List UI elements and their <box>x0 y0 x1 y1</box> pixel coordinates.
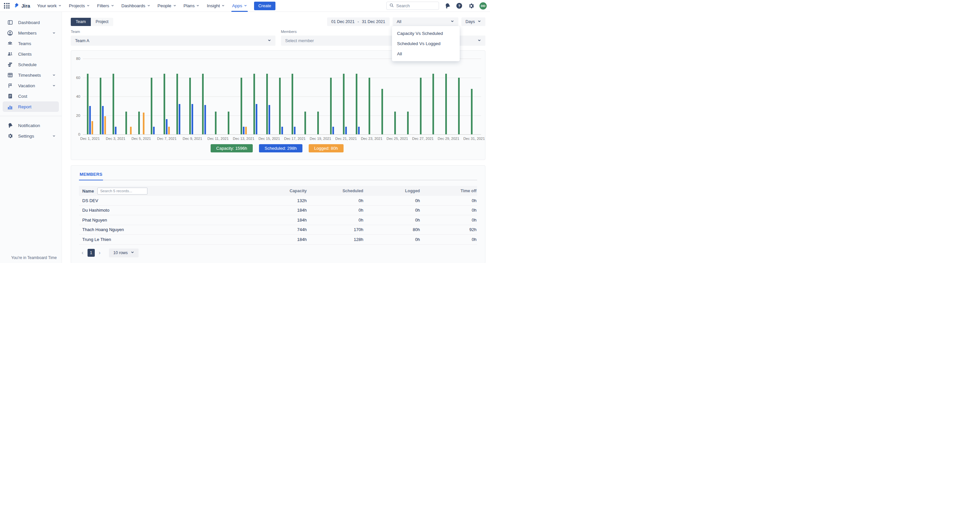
legend-button-scheduled[interactable]: Scheduled: 298h <box>259 144 302 152</box>
user-avatar[interactable]: DD <box>479 2 487 10</box>
tab-members[interactable]: MEMBERS <box>79 172 103 180</box>
cell-logged: 0h <box>364 208 420 213</box>
sidebar-item-schedule[interactable]: Schedule <box>3 59 59 70</box>
chart-day-group-dec-10 <box>199 59 212 134</box>
team-select[interactable]: Team A <box>71 35 275 46</box>
table-row[interactable]: Du Hashimoto184h0h0h0h <box>79 206 477 215</box>
sidebar-item-vacation[interactable]: Vacation <box>3 80 59 91</box>
cell-scheduled: 0h <box>307 198 364 203</box>
chevron-down-icon <box>52 30 56 35</box>
bar-logged <box>245 127 247 134</box>
legend-button-capacity[interactable]: Capacity: 1596h <box>211 144 253 152</box>
sidebar-item-members[interactable]: Members <box>3 28 59 38</box>
pagination-next-icon[interactable]: › <box>97 250 103 256</box>
sidebar-item-clients[interactable]: Clients <box>3 49 59 59</box>
sidebar-item-teams[interactable]: Teams <box>3 38 59 49</box>
nav-item-label: People <box>158 3 172 8</box>
help-icon[interactable]: ? <box>456 2 463 9</box>
table-row[interactable]: DS DEV132h0h0h0h <box>79 196 477 206</box>
sidebar-item-dashboard[interactable]: Dashboard <box>3 17 59 28</box>
dropdown-option-scheduled-vs-logged[interactable]: Scheduled Vs Logged <box>392 38 460 49</box>
search-input[interactable] <box>396 3 436 8</box>
date-range-picker[interactable]: 01 Dec 2021 - 31 Dec 2021 <box>327 18 390 26</box>
cell-time-off: 0h <box>420 237 477 242</box>
toggle-option-team[interactable]: Team <box>71 18 91 26</box>
bar-capacity <box>138 112 140 134</box>
bar-capacity <box>407 112 409 134</box>
date-range-separator: - <box>357 19 359 24</box>
jira-logo[interactable]: Jira <box>13 2 30 10</box>
sidebar-item-notification[interactable]: Notification <box>3 120 59 131</box>
legend-button-logged[interactable]: Logged: 80h <box>309 144 344 152</box>
column-header-name: Name <box>79 188 251 194</box>
nav-item-plans[interactable]: Plans <box>180 0 204 12</box>
sidebar-item-cost[interactable]: Cost <box>3 91 59 101</box>
y-tick-label: 0 <box>78 132 80 136</box>
notifications-bell-icon[interactable] <box>444 2 451 9</box>
team-select-value: Team A <box>75 38 89 43</box>
nav-item-people[interactable]: People <box>154 0 180 12</box>
nav-item-dashboards[interactable]: Dashboards <box>118 0 154 12</box>
sidebar-divider <box>0 116 62 116</box>
date-range-start[interactable]: 01 Dec 2021 <box>331 19 355 24</box>
bar-capacity <box>113 74 114 134</box>
member-icon <box>7 30 13 36</box>
sidebar-item-settings[interactable]: Settings <box>3 131 59 141</box>
pagination-prev-icon[interactable]: ‹ <box>80 250 86 256</box>
chart-day-group-dec-30 <box>455 59 468 134</box>
table-search-input[interactable] <box>97 188 148 194</box>
global-search[interactable] <box>387 2 439 10</box>
chevron-down-icon <box>130 250 134 255</box>
settings-gear-icon[interactable] <box>468 2 474 9</box>
chart-day-group-dec-2 <box>96 59 109 134</box>
metric-select[interactable]: All <box>393 18 458 26</box>
x-tick-label: Dec 15, 2021 <box>258 137 280 140</box>
create-button[interactable]: Create <box>254 2 275 10</box>
bar-capacity <box>445 74 447 134</box>
bar-scheduled <box>345 127 347 134</box>
date-range-end[interactable]: 31 Dec 2021 <box>362 19 385 24</box>
x-tick-label: Dec 13, 2021 <box>233 137 255 140</box>
pagination-page-1[interactable]: 1 <box>88 249 95 257</box>
chart-plot-area: Dec 1, 2021Dec 3, 2021Dec 5, 2021Dec 7, … <box>83 59 481 134</box>
granularity-select[interactable]: Days <box>461 18 485 26</box>
chevron-down-icon <box>52 73 56 78</box>
nav-item-your-work[interactable]: Your work <box>33 0 65 12</box>
table-row[interactable]: Phat Nguyen184h0h0h0h <box>79 215 477 225</box>
chart-day-group-dec-24 <box>378 59 391 134</box>
nav-item-filters[interactable]: Filters <box>94 0 118 12</box>
toggle-option-project[interactable]: Project <box>91 18 113 26</box>
chevron-down-icon <box>450 19 454 24</box>
table-row[interactable]: Thach Hoang Nguyen744h170h80h92h <box>79 225 477 235</box>
chevron-down-icon <box>244 3 247 8</box>
timesheets-icon <box>7 72 13 78</box>
sidebar-item-label: Members <box>18 30 37 35</box>
cell-time-off: 92h <box>420 227 477 232</box>
chart-day-group-dec-8 <box>173 59 186 134</box>
nav-item-projects[interactable]: Projects <box>65 0 94 12</box>
rows-per-page-select[interactable]: 10 rows <box>109 249 138 257</box>
dropdown-option-capacity-vs-scheduled[interactable]: Capacity Vs Scheduled <box>392 28 460 38</box>
bar-capacity <box>151 78 152 135</box>
x-tick-label: Dec 3, 2021 <box>106 137 126 140</box>
sidebar-item-timesheets[interactable]: Timesheets <box>3 70 59 80</box>
bar-capacity <box>343 74 345 134</box>
members-section: MEMBERS NameCapacityScheduledLoggedTime … <box>71 165 485 263</box>
nav-item-insight[interactable]: Insight <box>203 0 228 12</box>
app-switcher-icon[interactable] <box>4 3 10 8</box>
bar-capacity <box>304 112 306 134</box>
table-row[interactable]: Trung Le Thien184h128h0h0h <box>79 235 477 245</box>
team-field-label: Team <box>71 30 275 33</box>
cell-time-off: 0h <box>420 208 477 213</box>
column-header-logged: Logged <box>364 189 420 193</box>
chevron-down-icon <box>173 3 177 8</box>
nav-item-apps[interactable]: Apps <box>228 0 251 12</box>
schedule-icon <box>7 62 13 68</box>
dropdown-option-all[interactable]: All <box>392 49 460 59</box>
sidebar-item-label: Notification <box>18 123 40 128</box>
cell-scheduled: 0h <box>307 218 364 223</box>
sidebar-item-report[interactable]: Report <box>3 101 59 112</box>
granularity-select-value: Days <box>466 19 475 24</box>
chart-day-group-dec-4 <box>122 59 135 134</box>
chart-y-axis: 020406080 <box>73 59 83 134</box>
